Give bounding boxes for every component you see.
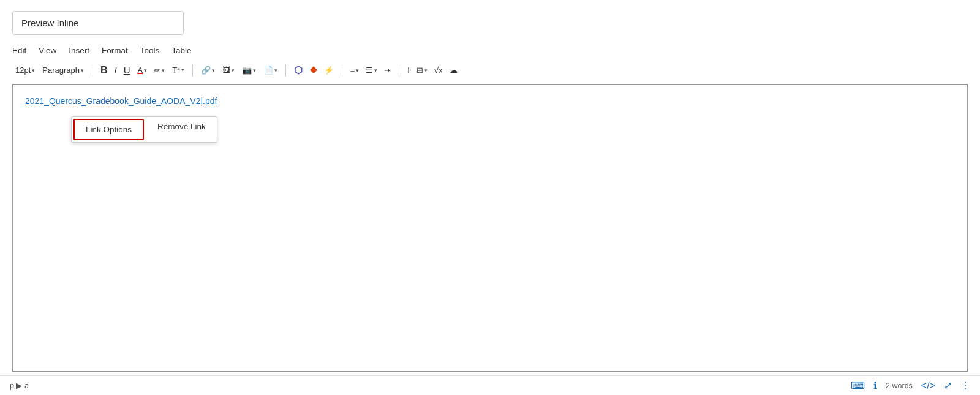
image-group: 🖼 ▾ (219, 64, 238, 77)
table-dropdown[interactable]: ⊞ ▾ (413, 64, 431, 77)
superscript-group: T2 ▾ (169, 64, 187, 77)
image-dropdown[interactable]: 🖼 ▾ (219, 64, 238, 77)
align-dropdown[interactable]: ≡ ▾ (347, 64, 363, 77)
more-options-button[interactable]: ⋮ (960, 380, 970, 391)
text-format-group: B I U (97, 63, 134, 78)
font-color-dropdown[interactable]: A ▾ (135, 64, 151, 77)
divider-5 (399, 64, 399, 77)
link-dropdown[interactable]: 🔗 ▾ (198, 64, 218, 77)
align-group: ≡ ▾ ☰ ▾ ⇥ (347, 64, 394, 77)
menu-format[interactable]: Format (96, 45, 134, 56)
media-group: 📷 ▾ (239, 64, 259, 77)
special-button[interactable]: ⚡ (321, 64, 337, 77)
divider-2 (192, 64, 193, 77)
bold-button[interactable]: B (97, 63, 111, 78)
link-text[interactable]: 2021_Quercus_Gradebook_Guide_AODA_V2|.pd… (25, 96, 217, 106)
font-style-dropdown[interactable]: Paragraph ▾ (39, 64, 87, 77)
status-left: p ▶ a (10, 381, 29, 390)
menu-edit[interactable]: Edit (12, 45, 32, 56)
font-size-dropdown[interactable]: 12pt ▾ (12, 64, 38, 77)
title-section (0, 0, 980, 41)
breadcrumb-path: p ▶ a (10, 381, 29, 390)
document-group: 📄 ▾ (260, 64, 281, 77)
link-popup: Link Options Remove Link (71, 116, 217, 143)
divider-1 (92, 64, 92, 77)
underline-button[interactable]: U (121, 63, 134, 77)
expand-button[interactable]: ⤢ (944, 380, 952, 391)
document-dropdown[interactable]: 📄 ▾ (260, 64, 281, 77)
menu-insert[interactable]: Insert (62, 45, 96, 56)
menu-table[interactable]: Table (165, 45, 197, 56)
cloud-button[interactable]: ☁ (447, 64, 461, 77)
list-dropdown[interactable]: ☰ ▾ (363, 64, 380, 77)
keyboard-icon[interactable]: ⌨ (851, 380, 865, 391)
editor-wrapper: 2021_Quercus_Gradebook_Guide_AODA_V2|.pd… (12, 84, 968, 372)
editor-content[interactable]: 2021_Quercus_Gradebook_Guide_AODA_V2|.pd… (13, 85, 967, 118)
superscript-dropdown[interactable]: T2 ▾ (169, 64, 187, 77)
divider-4 (342, 64, 342, 77)
menu-tools[interactable]: Tools (134, 45, 166, 56)
italic-button[interactable]: I (111, 63, 120, 77)
font-color-group: A ▾ ✏ ▾ (135, 64, 168, 77)
strikethrough-button[interactable]: I (404, 64, 413, 77)
toolbar: 12pt ▾ Paragraph ▾ B I U A ▾ ✏ ▾ (0, 60, 980, 80)
title-input[interactable] (12, 11, 184, 35)
menu-view[interactable]: View (32, 45, 62, 56)
menu-bar: Edit View Insert Format Tools Table (0, 41, 980, 60)
code-view-button[interactable]: </> (921, 380, 935, 391)
teams-group: ⬡ ❖ ⚡ (291, 62, 337, 78)
teams-button[interactable]: ⬡ (291, 62, 306, 78)
link-group: 🔗 ▾ (198, 64, 218, 77)
popup-arrow-inner (61, 84, 70, 86)
link-options-button[interactable]: Link Options (74, 119, 144, 140)
status-right: ⌨ ℹ 2 words </> ⤢ ⋮ (851, 380, 970, 391)
font-style-group: Paragraph ▾ (39, 64, 87, 77)
page-wrapper: Edit View Insert Format Tools Table 12pt… (0, 0, 980, 395)
media-dropdown[interactable]: 📷 ▾ (239, 64, 259, 77)
divider-3 (285, 64, 286, 77)
indent-button[interactable]: ⇥ (381, 64, 394, 77)
info-icon[interactable]: ℹ (873, 380, 877, 391)
font-size-group: 12pt ▾ (12, 64, 38, 77)
office-button[interactable]: ❖ (306, 63, 320, 78)
status-bar: p ▶ a ⌨ ℹ 2 words </> ⤢ ⋮ (0, 375, 980, 395)
remove-link-button[interactable]: Remove Link (146, 117, 217, 142)
sqrt-button[interactable]: √x (431, 64, 446, 77)
word-count: 2 words (886, 382, 913, 390)
misc-group: I ⊞ ▾ √x ☁ (404, 64, 460, 77)
highlight-color-dropdown[interactable]: ✏ ▾ (151, 64, 168, 77)
